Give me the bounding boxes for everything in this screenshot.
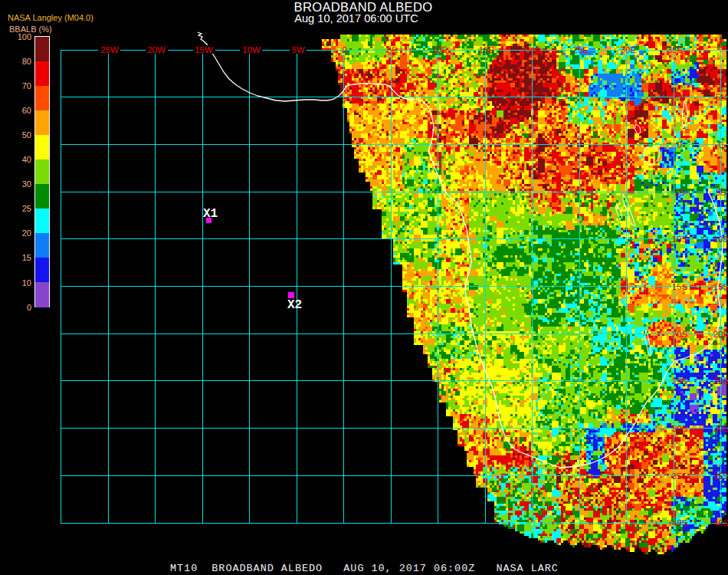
svg-text:10: 10	[22, 278, 31, 288]
svg-text:5E: 5E	[387, 45, 398, 54]
svg-text:20S: 20S	[713, 330, 728, 339]
svg-text:X2: X2	[287, 298, 302, 312]
svg-text:30S: 30S	[713, 424, 728, 433]
svg-text:40: 40	[22, 155, 31, 164]
svg-text:25S: 25S	[713, 376, 728, 386]
svg-text:10S: 10S	[713, 235, 728, 244]
svg-text:15: 15	[22, 253, 31, 262]
svg-text:BBALB (%): BBALB (%)	[9, 25, 52, 34]
svg-text:35S: 35S	[713, 472, 728, 481]
svg-text:25S: 25S	[672, 376, 688, 386]
svg-text:10W: 10W	[242, 45, 261, 54]
svg-text:X1: X1	[203, 207, 218, 221]
svg-text:5N: 5N	[716, 93, 727, 102]
svg-text:NASA Langley (M04.0): NASA Langley (M04.0)	[8, 13, 93, 22]
svg-text:0: 0	[27, 303, 31, 312]
svg-text:20W: 20W	[147, 45, 166, 54]
svg-text:30S: 30S	[672, 424, 688, 433]
svg-text:70: 70	[22, 81, 31, 90]
svg-text:15S: 15S	[713, 282, 728, 291]
svg-text:60: 60	[22, 106, 31, 115]
svg-text:0: 0	[343, 45, 347, 54]
svg-text:5S: 5S	[716, 188, 726, 197]
svg-text:80: 80	[22, 57, 31, 66]
svg-text:15E: 15E	[479, 45, 495, 54]
svg-text:10E: 10E	[432, 45, 448, 54]
svg-text:0: 0	[719, 140, 723, 150]
svg-text:15S: 15S	[672, 282, 688, 291]
svg-text:20: 20	[22, 228, 31, 238]
svg-text:0: 0	[677, 140, 682, 150]
svg-text:5W: 5W	[291, 45, 304, 54]
svg-text:20S: 20S	[672, 330, 688, 339]
svg-text:25W: 25W	[100, 45, 119, 54]
svg-text:40S: 40S	[672, 518, 688, 527]
svg-text:10S: 10S	[672, 235, 688, 244]
svg-text:30: 30	[22, 179, 31, 189]
svg-text:5S: 5S	[674, 188, 685, 197]
svg-text:30E: 30E	[621, 45, 637, 54]
svg-text:25E: 25E	[573, 45, 589, 54]
svg-text:20E: 20E	[526, 45, 542, 54]
svg-text:15W: 15W	[195, 45, 213, 54]
svg-text:25: 25	[22, 204, 31, 213]
svg-text:MT10 BROADBAND ALBEDO AUG 1: MT10 BROADBAND ALBEDO AUG 10, 2017 06:00…	[170, 563, 559, 574]
svg-text:50: 50	[22, 130, 31, 140]
svg-text:Aug 10, 2017 06:00 UTC: Aug 10, 2017 06:00 UTC	[294, 12, 418, 25]
svg-text:35S: 35S	[672, 472, 688, 481]
svg-text:40S: 40S	[713, 518, 728, 527]
svg-text:5N: 5N	[674, 93, 686, 102]
svg-text:35E: 35E	[667, 45, 684, 54]
